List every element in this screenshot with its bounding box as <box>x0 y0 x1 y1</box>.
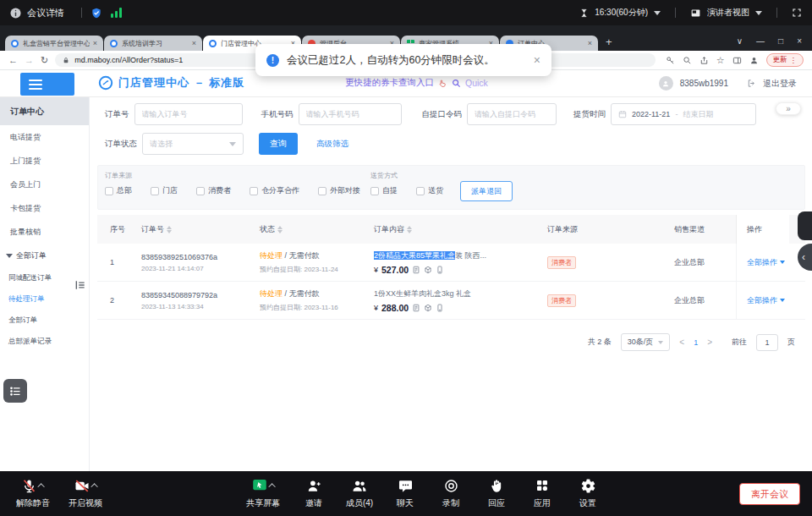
sort-icon[interactable] <box>167 226 172 233</box>
order-no-input[interactable] <box>134 103 243 125</box>
divider <box>776 8 777 18</box>
order-status-select[interactable]: 请选择 <box>142 133 244 155</box>
record-button[interactable]: 录制 <box>428 476 474 509</box>
package-icon[interactable] <box>424 266 432 274</box>
back-icon[interactable]: ← <box>8 56 18 65</box>
forward-icon[interactable]: → <box>25 56 34 65</box>
phone-icon[interactable] <box>436 266 444 274</box>
next-page-button[interactable]: > <box>707 338 712 347</box>
user-avatar[interactable] <box>659 76 673 91</box>
sidebar-item-all-orders[interactable]: 全部订单 <box>0 310 89 331</box>
share-icon[interactable] <box>700 56 709 65</box>
info-icon[interactable] <box>10 8 21 19</box>
checkbox-self-pickup[interactable]: 自提 <box>370 185 398 196</box>
unmute-button[interactable]: 解除静音 <box>7 476 59 509</box>
sort-icon[interactable] <box>277 226 283 233</box>
shield-check-icon[interactable] <box>91 7 102 19</box>
tab-search-icon[interactable]: ∨ <box>737 36 743 46</box>
zoom-icon[interactable] <box>683 56 692 65</box>
checkbox-delivery[interactable]: 送货 <box>416 185 443 196</box>
filter-row-1: 订单号 手机号码 自提口令码 提货时间 2022-11-21 - 结束日期 <box>105 103 812 125</box>
checkbox-external[interactable]: 外部对接 <box>318 185 360 196</box>
sort-icon[interactable] <box>407 226 412 233</box>
collapse-sidebar-icon[interactable] <box>74 279 86 291</box>
members-button[interactable]: 成员(4) <box>337 476 382 509</box>
header-status[interactable]: 状态 <box>250 224 364 235</box>
minimize-button[interactable]: — <box>756 36 765 46</box>
collapse-filters-button[interactable]: » <box>776 102 801 115</box>
phone-label: 手机号码 <box>261 109 294 120</box>
header-content[interactable]: 订单内容 <box>364 224 537 235</box>
sidebar-item-phone-pickup[interactable]: 电话提货 <box>0 125 89 149</box>
sidebar-section-order-center[interactable]: 订单中心 <box>0 97 89 125</box>
checkbox-hq[interactable]: 总部 <box>105 185 132 196</box>
page-size-select[interactable]: 30条/页 <box>621 333 671 351</box>
receipt-icon[interactable] <box>412 304 420 312</box>
browser-update-chip[interactable]: 更新 ⋮ <box>766 53 804 67</box>
selected-text: 2份精品大果85苹果礼盒 <box>374 251 455 260</box>
signal-strength-icon[interactable] <box>111 8 122 18</box>
sidebar-item-hq-dispatch-records[interactable]: 总部派单记录 <box>0 331 89 352</box>
row-action-dropdown[interactable]: 全部操作 <box>736 244 789 281</box>
checkbox-consumer[interactable]: 消费者 <box>196 185 231 196</box>
share-screen-button[interactable]: 共享屏幕 <box>235 476 291 509</box>
key-icon[interactable] <box>666 56 675 65</box>
sidebar-item-batch-verify[interactable]: 批量核销 <box>0 220 89 244</box>
sidebar-group-all-orders[interactable]: 全部订单 <box>0 244 89 267</box>
goto-page-input[interactable] <box>756 334 778 351</box>
tab-close-icon[interactable]: × <box>93 39 97 47</box>
share-options-caret-icon[interactable] <box>268 483 275 490</box>
bookmark-star-icon[interactable]: ☆ <box>716 55 725 66</box>
checkbox-warehouse-share[interactable]: 仓分享合作 <box>250 185 299 196</box>
sidebar-item-card-pickup[interactable]: 卡包提货 <box>0 196 89 220</box>
tab-close-icon[interactable]: × <box>588 39 592 47</box>
menu-toggle-button[interactable] <box>20 73 74 96</box>
date-range-input[interactable]: 2022-11-21 - 结束日期 <box>611 103 756 125</box>
toast-close-icon[interactable]: × <box>534 53 540 67</box>
phone-input[interactable] <box>299 103 402 125</box>
reload-icon[interactable]: ↻ <box>41 56 48 65</box>
reaction-button[interactable]: 回应 <box>474 476 519 509</box>
tab-close-icon[interactable]: × <box>192 39 196 47</box>
video-options-caret-icon[interactable] <box>91 483 97 490</box>
invite-button[interactable]: 邀请 <box>291 476 337 509</box>
timer-dropdown-icon[interactable] <box>654 11 661 15</box>
search-button[interactable]: 查询 <box>259 133 298 155</box>
sidebar-item-pending-orders[interactable]: 待处理订单 <box>0 288 89 310</box>
fullscreen-icon[interactable] <box>792 8 802 18</box>
brand-logo-icon <box>98 75 113 91</box>
apps-button[interactable]: 应用 <box>519 476 565 509</box>
floating-list-button[interactable] <box>3 379 27 403</box>
maximize-button[interactable]: □ <box>778 36 783 46</box>
sidebar-item-member-visit[interactable]: 会员上门 <box>0 173 89 196</box>
side-panel-icon[interactable] <box>732 56 742 65</box>
current-page[interactable]: 1 <box>694 338 698 347</box>
view-dropdown-icon[interactable] <box>755 11 762 15</box>
row-action-dropdown[interactable]: 全部操作 <box>736 282 789 319</box>
header-order-no[interactable]: 订单号 <box>131 224 250 235</box>
browser-tab[interactable]: 礼盒营销平台管理中心 × <box>5 36 103 51</box>
new-tab-button[interactable]: + <box>606 36 612 48</box>
promo-link[interactable]: 更快捷的券卡查询入口 Quick <box>345 77 488 89</box>
checkbox-store[interactable]: 门店 <box>151 185 178 196</box>
phone-icon[interactable] <box>436 304 444 312</box>
receipt-icon[interactable] <box>412 266 420 274</box>
package-icon[interactable] <box>424 304 432 312</box>
chat-button[interactable]: 聊天 <box>382 476 428 509</box>
profile-avatar-icon[interactable] <box>749 56 759 65</box>
logout-label[interactable]: 退出登录 <box>763 78 797 90</box>
sidebar-item-door-pickup[interactable]: 上门提货 <box>0 149 89 173</box>
start-video-button[interactable]: 开启视频 <box>59 476 112 509</box>
close-button[interactable]: × <box>797 36 802 46</box>
leave-meeting-button[interactable]: 离开会议 <box>739 483 800 505</box>
advanced-filter-link[interactable]: 高级筛选 <box>316 139 348 150</box>
logout-icon[interactable] <box>747 79 756 88</box>
prev-page-button[interactable]: < <box>679 338 684 347</box>
settings-button[interactable]: 设置 <box>565 476 611 509</box>
pickup-code-input[interactable] <box>467 103 557 125</box>
edge-floating-bar[interactable] <box>798 211 812 240</box>
dispatch-return-button[interactable]: 派单退回 <box>460 181 513 201</box>
browser-tab[interactable]: 系统培训学习 × <box>104 36 202 51</box>
lock-icon <box>63 57 69 64</box>
mic-options-caret-icon[interactable] <box>37 483 44 490</box>
